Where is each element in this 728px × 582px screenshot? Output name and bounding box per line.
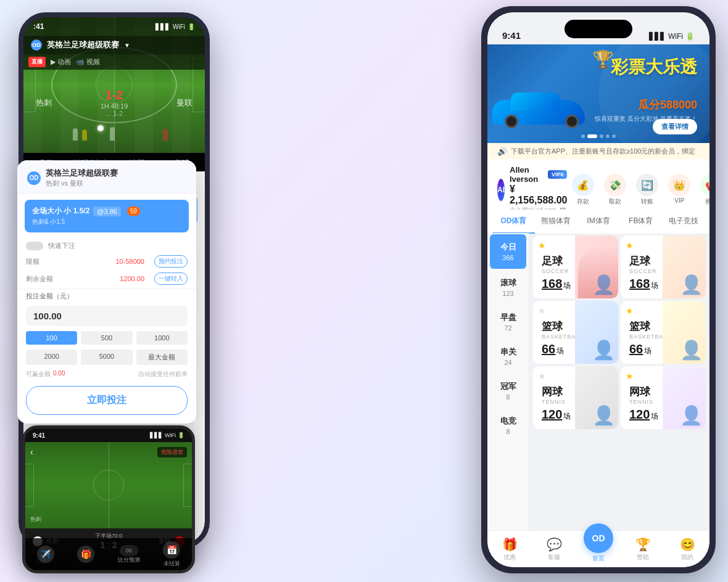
bottom-nav: 🎁 优惠 💬 客服 OD 首页 🏆 赞助 😊 我的 [487,530,709,567]
chip-row-2: 2000 5000 最大金额 [17,347,196,367]
sport-row-basketball: ★ 篮球 BASKETBALL 66 场 👤 [533,301,706,364]
sport-card-soccer-1[interactable]: ★ 足球 SOCCER 168 场 👤 [533,236,618,298]
slip-limit-row: 限额 10-58000 预约投注 [17,253,196,270]
sport-card-tennis-1[interactable]: ★ 网球 TENNIS 120 场 👤 [533,366,618,429]
league-name: 英格兰足球超级联赛 [47,39,119,51]
customer-service-icon: 💬 [547,537,562,552]
one-click-btn[interactable]: 一键转入 [154,273,188,285]
tennis-player-icon-2: 👤 [680,404,703,426]
send-icon: ✈️ [37,546,54,563]
video-tab[interactable]: 📹 视频 [76,57,100,67]
basketball-player-icon-2: 👤 [680,339,703,361]
signal-icon: ▋▋▋ [155,23,170,30]
mini-phone: 9:41 ▋▋▋ WiFi 🔋 危险进攻 ‹ 热刺 热刺 下半场70:0 [22,425,195,573]
soccer-player-icon-2: 👤 [680,274,703,295]
nav-customer-service[interactable]: 💬 客服 [532,537,576,562]
star-icon-soccer-1[interactable]: ★ [538,240,546,250]
user-avatar: AI [497,179,505,201]
tennis-2-photo: 👤 [663,366,706,429]
tab-panda-sports[interactable]: 熊猫体育 [535,210,577,234]
sport-card-tennis-2[interactable]: ★ 网球 TENNIS 120 场 👤 [621,366,706,429]
tennis-1-count-num: 120 [542,408,562,422]
tennis-2-count-unit: 场 [651,411,658,422]
chip-5000[interactable]: 5000 [81,350,132,365]
slip-quick-bet-row: 快速下注 [17,239,196,253]
star-icon-tennis-2[interactable]: ★ [626,371,634,381]
mini-toolbar: ✈️ 🎁 00 比分预测 📅 未结算 [25,538,192,570]
star-icon-soccer-2[interactable]: ★ [626,240,634,250]
dropdown-arrow-icon[interactable]: ▼ [124,42,130,49]
star-icon-basketball-1[interactable]: ★ [538,306,546,316]
chip-max[interactable]: 最大金额 [136,350,188,365]
back-button[interactable]: ‹ [30,447,33,457]
withdraw-icon: 💸 [604,174,626,196]
mini-toolbar-send[interactable]: ✈️ [37,546,54,563]
mini-score-display-btn[interactable]: 00 比分预测 [118,545,140,564]
limit-label: 限额 [26,257,39,266]
slip-remaining-row: 剩余金额 1200.00 一键转入 [17,270,196,287]
banner-dot-2[interactable] [587,134,597,138]
banner-dot-3[interactable] [600,134,603,138]
tab-esports[interactable]: 电子竞技 [662,210,705,234]
sidebar-item-esports[interactable]: 电竞 8 [487,408,529,443]
withdraw-button[interactable]: 💸 取款 [604,174,626,206]
sport-card-soccer-2[interactable]: ★ 足球 SOCCER 168 场 👤 [621,236,706,298]
sidebar-item-parlay[interactable]: 串关 24 [487,339,529,374]
amount-label: 投注金额（元） [26,292,73,301]
banner-dots [581,134,616,138]
sport-card-basketball-1[interactable]: ★ 篮球 BASKETBALL 66 场 👤 [533,301,618,364]
main-content: 今日 366 滚球 123 早盘 72 串关 24 冠军 8 [487,233,709,530]
announce-icon: 🔊 [497,147,507,156]
slip-vs: 热刺 vs 曼联 [46,179,118,188]
banner-dot-1[interactable] [581,134,585,138]
tab-im-sports[interactable]: IM体育 [577,210,620,234]
sport-card-basketball-2[interactable]: ★ 篮球 BASKETBALL 66 场 👤 [621,301,706,364]
nav-home[interactable]: OD 首页 [576,536,621,563]
chip-500[interactable]: 500 [81,331,132,345]
star-icon-basketball-2[interactable]: ★ [626,306,634,316]
quick-bet-toggle[interactable] [26,242,43,250]
chip-1000[interactable]: 1000 [136,331,188,345]
mini-toolbar-calendar[interactable]: 📅 未结算 [163,541,180,568]
promo-button[interactable]: 📢 推广 [700,174,709,206]
tab-fb-sports[interactable]: FB体育 [619,210,662,234]
sidebar-item-live[interactable]: 滚球 123 [487,270,529,305]
nav-promotions[interactable]: 🎁 优惠 [487,537,532,562]
nav-sponsorship[interactable]: 🏆 赞助 [621,537,665,562]
sidebar-item-early[interactable]: 早盘 72 [487,305,529,339]
nav-profile[interactable]: 😊 我的 [665,537,709,562]
mini-soccer-field: 危险进攻 ‹ 热刺 [25,442,192,528]
tab-od-sports[interactable]: OD体育 [492,210,535,234]
chip-2000[interactable]: 2000 [26,350,77,365]
field-left-goal [25,464,34,507]
banner-dot-4[interactable] [606,134,610,138]
banner-car-area [492,75,591,131]
mini-signal-icon: ▋▋▋ [150,432,163,438]
slip-bet-selection[interactable]: 全场大小 小 1.5/2 @3.86 59 热刺& 小1.5 [25,200,189,232]
mini-toolbar-gift[interactable]: 🎁 [77,546,94,563]
transfer-button[interactable]: 🔄 转账 [636,174,658,206]
slip-bet-label: 全场大小 小 1.5/2 [32,206,89,216]
banner-dot-5[interactable] [612,134,616,138]
star-icon-tennis-1[interactable]: ★ [538,371,546,381]
banner-cta-button[interactable]: 查看详情 [653,119,697,134]
transfer-icon: 🔄 [636,174,658,196]
vip-button[interactable]: 👑 VIP [668,174,690,206]
match-time: 1H 48:19 [101,102,128,110]
home-team-name: 热刺 [36,97,52,109]
chip-100[interactable]: 100 [26,331,77,345]
basketball-1-photo: 👤 [575,301,618,364]
left-phone-status-bar: :41 ▋▋▋ WiFi 🔋 [23,17,205,36]
animation-tab[interactable]: ▶ 动画 [51,57,71,67]
soccer-2-photo: 👤 [663,236,706,298]
slip-count: 59 [127,207,140,216]
chip-row-1: 100 500 1000 [17,329,196,347]
sidebar-item-today[interactable]: 今日 366 [490,234,526,269]
slip-league-name: 英格兰足球超级联赛 [46,168,118,179]
amount-input[interactable]: 100.00 [26,306,188,326]
sidebar-parlay-label: 串关 [500,346,516,358]
sidebar-item-champion[interactable]: 冠军 8 [487,374,529,408]
deposit-button[interactable]: 💰 存款 [572,174,594,206]
reserve-btn[interactable]: 预约投注 [154,255,188,268]
submit-bet-button[interactable]: 立即投注 [26,386,188,415]
